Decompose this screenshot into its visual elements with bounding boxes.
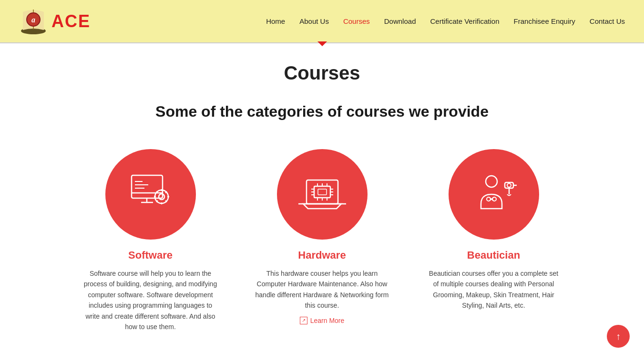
beautician-icon-circle	[449, 149, 539, 240]
page-title: Courses	[29, 62, 615, 84]
beautician-title: Beautician	[467, 249, 520, 261]
svg-point-12	[159, 194, 164, 200]
hardware-icon	[296, 168, 348, 221]
beautician-icon	[468, 168, 520, 221]
svg-rect-36	[318, 189, 327, 195]
nav-about-us[interactable]: About Us	[299, 17, 329, 25]
learn-more-label: Learn More	[310, 317, 345, 324]
nav-home[interactable]: Home	[266, 17, 285, 25]
nav-download[interactable]: Download	[384, 17, 416, 25]
software-icon	[124, 168, 177, 221]
hardware-desc: This hardware couser helps you learn Com…	[256, 268, 389, 311]
main-content: Courses Some of the categories of course…	[0, 43, 644, 361]
cards-container: Software Software course will help you t…	[29, 149, 615, 332]
svg-text:a: a	[31, 16, 35, 24]
nav-contact-us[interactable]: Contact Us	[590, 17, 625, 25]
hardware-title: Hardware	[298, 249, 346, 261]
main-nav: Home About Us Courses Download Certifica…	[266, 17, 625, 25]
card-beautician: Beautician Beautician courses offer you …	[427, 149, 561, 332]
svg-point-43	[507, 183, 511, 187]
nav-certificate-verification[interactable]: Certificate Verification	[430, 17, 499, 25]
learn-more-icon: ↗	[300, 317, 307, 324]
nav-active-indicator	[317, 41, 327, 46]
software-icon-circle	[105, 149, 196, 240]
software-title: Software	[128, 249, 173, 261]
scroll-top-icon: ↑	[616, 331, 621, 342]
software-desc: Software course will help you to learn t…	[84, 268, 217, 332]
site-header: a ACE Home About Us Courses Download Cer…	[0, 0, 644, 43]
nav-courses[interactable]: Courses	[343, 17, 370, 25]
hardware-icon-circle	[277, 149, 368, 240]
scroll-top-button[interactable]: ↑	[607, 325, 630, 348]
logo-area: a ACE	[19, 7, 91, 36]
svg-rect-23	[314, 186, 330, 198]
svg-point-37	[486, 176, 497, 187]
logo-icon: a	[19, 7, 48, 36]
beautician-desc: Beautician courses offer you a complete …	[427, 268, 561, 311]
card-software: Software Software course will help you t…	[84, 149, 217, 332]
nav-franchisee-enquiry[interactable]: Franchisee Enquiry	[514, 17, 575, 25]
logo-text: ACE	[51, 11, 91, 31]
card-hardware: Hardware This hardware couser helps you …	[256, 149, 389, 332]
hardware-learn-more[interactable]: ↗ Learn More	[300, 317, 345, 324]
svg-rect-4	[132, 175, 163, 198]
section-title: Some of the categories of courses we pro…	[29, 103, 615, 121]
